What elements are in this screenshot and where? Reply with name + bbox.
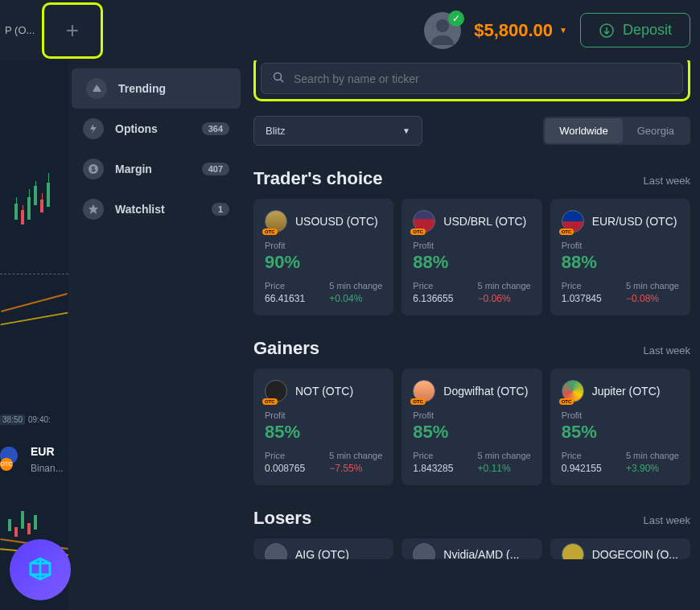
asset-card[interactable]: OTCUSD/BRL (OTC)Profit88%Price6.1366555 … <box>401 199 541 315</box>
profit-value: 85% <box>562 422 679 443</box>
margin-icon: $ <box>83 159 104 179</box>
svg-point-4 <box>274 73 282 80</box>
asset-card[interactable]: OTCDogwifhat (OTC)Profit85%Price1.843285… <box>401 369 541 485</box>
profit-label: Profit <box>413 410 530 420</box>
price-value: 0.942155 <box>562 463 602 474</box>
change-label: 5 min change <box>478 281 531 291</box>
profit-value: 85% <box>413 422 530 443</box>
search-box[interactable] <box>261 63 683 94</box>
header-ticker-fragment: P (O... <box>0 24 39 36</box>
profit-label: Profit <box>562 241 679 250</box>
section-title: Gainers <box>253 338 319 359</box>
trending-icon <box>86 78 107 99</box>
asset-icon: OTC <box>265 380 287 402</box>
asset-card[interactable]: OTCNvidia/AMD (...ProfitPrice5 min chang… <box>401 538 541 559</box>
asset-name: AIG (OTC) <box>295 548 349 559</box>
deposit-icon <box>599 23 615 39</box>
profit-label: Profit <box>413 241 530 250</box>
asset-card[interactable]: OTCEUR/USD (OTC)Profit88%Price1.0378455 … <box>550 199 690 315</box>
section-title: Losers <box>253 508 311 529</box>
asset-card[interactable]: OTCNOT (OTC)Profit85%Price0.0087655 min … <box>253 369 393 485</box>
asset-icon: OTC <box>562 210 584 233</box>
section-subtitle: Last week <box>643 175 690 187</box>
asset-name: NOT (OTC) <box>295 385 353 398</box>
search-input[interactable] <box>294 72 671 85</box>
deposit-label: Deposit <box>623 22 672 39</box>
sidebar-item-count: 364 <box>202 122 229 135</box>
asset-name: USD/BRL (OTC) <box>443 215 526 228</box>
asset-icon: OTC <box>265 210 287 233</box>
profit-value: 88% <box>562 252 679 273</box>
asset-card[interactable]: OTCAIG (OTC)ProfitPrice5 min change <box>253 538 393 559</box>
asset-icon: OTC <box>265 543 287 559</box>
mode-select[interactable]: Blitz ▼ <box>253 116 422 146</box>
sidebar-item-margin[interactable]: $Margin407 <box>68 149 244 189</box>
chevron-down-icon: ▼ <box>402 126 410 135</box>
asset-card[interactable]: OTCDOGECOIN (O...ProfitPrice5 min change <box>550 538 690 559</box>
profit-value: 90% <box>265 252 382 273</box>
profit-value: 88% <box>413 252 530 273</box>
content-panel: Blitz ▼ Worldwide Georgia Trader's choic… <box>244 60 700 610</box>
asset-icon: OTC <box>562 543 584 559</box>
price-label: Price <box>562 281 602 291</box>
asset-name: Jupiter (OTC) <box>592 385 661 398</box>
sidebar-item-trending[interactable]: Trending <box>72 68 241 109</box>
chart-time-2: 09:40: <box>26 414 53 425</box>
region-worldwide[interactable]: Worldwide <box>545 118 622 143</box>
add-tab-button[interactable]: + <box>42 2 103 59</box>
sidebar-item-label: Watchlist <box>115 203 165 216</box>
price-label: Price <box>265 451 305 460</box>
asset-icon: OTC <box>562 380 584 402</box>
watchlist-icon <box>83 199 104 220</box>
sidebar-item-watchlist[interactable]: Watchlist1 <box>68 189 244 229</box>
price-value: 66.41631 <box>265 293 305 304</box>
region-toggle: Worldwide Georgia <box>543 117 690 145</box>
section-title: Trader's choice <box>253 168 383 189</box>
region-georgia[interactable]: Georgia <box>623 118 689 143</box>
section-subtitle: Last week <box>643 344 690 357</box>
search-highlight <box>253 60 690 101</box>
asset-icon: OTC <box>413 380 435 402</box>
svg-line-5 <box>281 80 284 83</box>
sidebar: TrendingOptions364$Margin407Watchlist1 <box>68 60 244 610</box>
caret-down-icon: ▼ <box>559 26 567 35</box>
sidebar-item-label: Trending <box>118 82 166 95</box>
change-label: 5 min change <box>478 451 531 460</box>
mode-value: Blitz <box>266 125 286 137</box>
change-value: −7.55% <box>329 463 382 474</box>
pair-icon: OTC <box>0 447 24 471</box>
plus-icon: + <box>66 18 79 43</box>
change-value: −0.06% <box>478 293 531 304</box>
profit-value: 85% <box>265 422 382 443</box>
logo-icon <box>23 552 58 587</box>
asset-name: Dogwifhat (OTC) <box>443 385 528 398</box>
sidebar-item-count: 407 <box>202 163 229 175</box>
change-label: 5 min change <box>329 281 382 291</box>
change-value: +3.90% <box>626 463 679 474</box>
price-label: Price <box>413 451 453 460</box>
asset-name: USOUSD (OTC) <box>295 215 378 228</box>
chart-time-1: 38:50 <box>0 414 25 425</box>
price-label: Price <box>265 281 305 291</box>
asset-name: DOGECOIN (O... <box>592 548 678 559</box>
price-label: Price <box>562 451 602 460</box>
price-value: 0.008765 <box>265 463 305 474</box>
asset-icon: OTC <box>413 210 435 233</box>
price-value: 1.843285 <box>413 463 453 474</box>
deposit-button[interactable]: Deposit <box>580 13 690 47</box>
balance-dropdown[interactable]: $5,800.00 ▼ <box>474 20 567 41</box>
svg-point-0 <box>436 19 449 32</box>
svg-text:$: $ <box>91 165 95 173</box>
search-icon <box>273 72 284 85</box>
support-button[interactable] <box>10 539 71 600</box>
asset-card[interactable]: OTCUSOUSD (OTC)Profit90%Price66.416315 m… <box>253 199 393 315</box>
section-subtitle: Last week <box>643 514 690 526</box>
price-label: Price <box>413 281 453 291</box>
chart-pair-label: EUR <box>31 445 55 458</box>
balance-amount: $5,800.00 <box>474 20 553 41</box>
asset-card[interactable]: OTCJupiter (OTC)Profit85%Price0.9421555 … <box>550 369 690 485</box>
sidebar-item-options[interactable]: Options364 <box>68 109 244 149</box>
change-value: +0.04% <box>329 293 382 304</box>
avatar[interactable]: ✓ <box>424 12 461 49</box>
change-label: 5 min change <box>626 451 679 460</box>
